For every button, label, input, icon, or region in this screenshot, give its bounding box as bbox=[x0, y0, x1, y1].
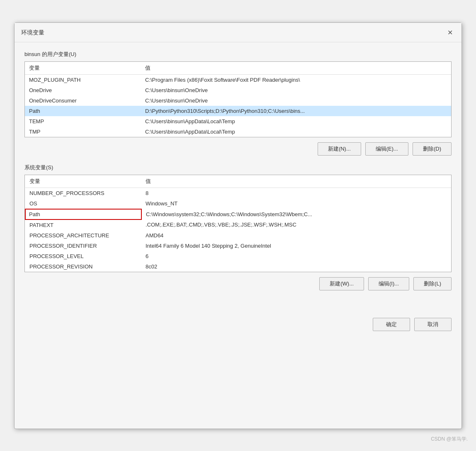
dialog-title: 环境变量 bbox=[21, 29, 44, 37]
close-button[interactable]: ✕ bbox=[445, 28, 455, 38]
table-row[interactable]: PROCESSOR_ARCHITECTUREAMD64 bbox=[25, 230, 451, 241]
val-cell: C:\Users\binsun\OneDrive bbox=[141, 85, 451, 95]
table-row[interactable]: OneDriveConsumerC:\Users\binsun\OneDrive bbox=[25, 95, 451, 106]
val-cell: C:\Users\binsun\AppData\Local\Temp bbox=[141, 127, 451, 137]
val-cell: 8 bbox=[141, 188, 451, 198]
sys-env-table: 变量 值 NUMBER_OF_PROCESSORS8OSWindows_NTPa… bbox=[25, 175, 451, 272]
user-delete-button[interactable]: 删除(D) bbox=[413, 142, 452, 156]
var-cell: PROCESSOR_LEVEL bbox=[25, 251, 141, 261]
sys-buttons-row: 新建(W)... 编辑(I)... 删除(L) bbox=[24, 277, 452, 290]
dialog-titlebar: 环境变量 ✕ bbox=[15, 23, 461, 42]
var-cell: PROCESSOR_IDENTIFIER bbox=[25, 241, 141, 251]
table-row[interactable]: PROCESSOR_REVISION8c02 bbox=[25, 261, 451, 272]
table-row[interactable]: TEMPC:\Users\binsun\AppData\Local\Temp bbox=[25, 116, 451, 127]
val-cell: D:\Python\Python310\Scripts;D:\Python\Py… bbox=[141, 106, 451, 116]
sys-edit-button[interactable]: 编辑(I)... bbox=[368, 277, 409, 290]
ok-button[interactable]: 确定 bbox=[373, 318, 410, 331]
var-cell: TMP bbox=[25, 127, 141, 137]
sys-table-scroll[interactable]: 变量 值 NUMBER_OF_PROCESSORS8OSWindows_NTPa… bbox=[25, 175, 451, 272]
table-row[interactable]: NUMBER_OF_PROCESSORS8 bbox=[25, 188, 451, 198]
val-cell: Intel64 Family 6 Model 140 Stepping 2, G… bbox=[141, 241, 451, 251]
user-col-val: 值 bbox=[141, 62, 451, 75]
table-row[interactable]: TMPC:\Users\binsun\AppData\Local\Temp bbox=[25, 127, 451, 137]
sys-table-container: 变量 值 NUMBER_OF_PROCESSORS8OSWindows_NTPa… bbox=[24, 175, 452, 272]
sys-col-var: 变量 bbox=[25, 175, 141, 188]
val-cell: C:\Users\binsun\AppData\Local\Temp bbox=[141, 116, 451, 127]
val-cell: C:\Program Files (x86)\Foxit Software\Fo… bbox=[141, 74, 451, 85]
sys-section-label: 系统变量(S) bbox=[24, 164, 452, 171]
user-table-header: 变量 值 bbox=[25, 62, 451, 75]
val-cell: C:\Windows\system32;C:\Windows;C:\Window… bbox=[141, 209, 451, 219]
var-cell: OS bbox=[25, 198, 141, 209]
user-buttons-row: 新建(N)... 编辑(E)... 删除(D) bbox=[24, 142, 452, 156]
val-cell: AMD64 bbox=[141, 230, 451, 241]
var-cell: OneDriveConsumer bbox=[25, 95, 141, 106]
val-cell: 8c02 bbox=[141, 261, 451, 272]
val-cell: 6 bbox=[141, 251, 451, 261]
user-env-table: 变量 值 MOZ_PLUGIN_PATHC:\Program Files (x8… bbox=[25, 62, 451, 137]
user-section-label: binsun 的用户变量(U) bbox=[24, 51, 452, 58]
table-row[interactable]: PROCESSOR_LEVEL6 bbox=[25, 251, 451, 261]
table-row[interactable]: OneDriveC:\Users\binsun\OneDrive bbox=[25, 85, 451, 95]
user-col-var: 变量 bbox=[25, 62, 141, 75]
table-row[interactable]: PROCESSOR_IDENTIFIERIntel64 Family 6 Mod… bbox=[25, 241, 451, 251]
footer-buttons: 确定 取消 bbox=[15, 311, 461, 338]
var-cell: PROCESSOR_ARCHITECTURE bbox=[25, 230, 141, 241]
var-cell: Path bbox=[25, 106, 141, 116]
var-cell: NUMBER_OF_PROCESSORS bbox=[25, 188, 141, 198]
user-table-container: 变量 值 MOZ_PLUGIN_PATHC:\Program Files (x8… bbox=[24, 61, 452, 137]
sys-col-val: 值 bbox=[141, 175, 451, 188]
var-cell: OneDrive bbox=[25, 85, 141, 95]
val-cell: C:\Users\binsun\OneDrive bbox=[141, 95, 451, 106]
watermark: CSDN @笨马学. bbox=[431, 436, 468, 443]
table-row[interactable]: MOZ_PLUGIN_PATHC:\Program Files (x86)\Fo… bbox=[25, 74, 451, 85]
var-cell: MOZ_PLUGIN_PATH bbox=[25, 74, 141, 85]
var-cell: PATHEXT bbox=[25, 219, 141, 230]
table-row[interactable]: PathD:\Python\Python310\Scripts;D:\Pytho… bbox=[25, 106, 451, 116]
table-row[interactable]: PATHEXT.COM;.EXE;.BAT;.CMD;.VBS;.VBE;.JS… bbox=[25, 219, 451, 230]
user-edit-button[interactable]: 编辑(E)... bbox=[365, 142, 408, 156]
sys-delete-button[interactable]: 删除(L) bbox=[413, 277, 452, 290]
table-row[interactable]: OSWindows_NT bbox=[25, 198, 451, 209]
val-cell: .COM;.EXE;.BAT;.CMD;.VBS;.VBE;.JS;.JSE;.… bbox=[141, 219, 451, 230]
table-row[interactable]: PathC:\Windows\system32;C:\Windows;C:\Wi… bbox=[25, 209, 451, 219]
sys-table-header: 变量 值 bbox=[25, 175, 451, 188]
cancel-button[interactable]: 取消 bbox=[414, 318, 452, 331]
var-cell: Path bbox=[25, 209, 141, 219]
val-cell: Windows_NT bbox=[141, 198, 451, 209]
var-cell: PROCESSOR_REVISION bbox=[25, 261, 141, 272]
environment-variables-dialog: 环境变量 ✕ binsun 的用户变量(U) 变量 值 MOZ_PLUGIN_P… bbox=[14, 22, 462, 429]
user-new-button[interactable]: 新建(N)... bbox=[318, 142, 361, 156]
sys-new-button[interactable]: 新建(W)... bbox=[319, 277, 364, 290]
var-cell: TEMP bbox=[25, 116, 141, 127]
dialog-content: binsun 的用户变量(U) 变量 值 MOZ_PLUGIN_PATHC:\P… bbox=[15, 42, 461, 307]
